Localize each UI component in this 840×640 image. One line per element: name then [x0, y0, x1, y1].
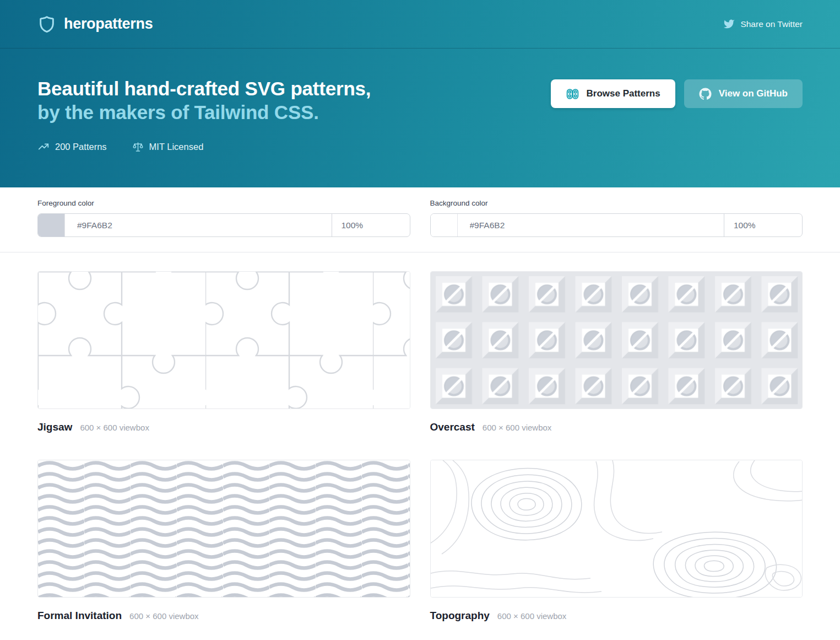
- foreground-color-label: Foreground color: [37, 199, 410, 207]
- hero-body: Beautiful hand-crafted SVG patterns, by …: [0, 49, 840, 153]
- foreground-color-group: [37, 213, 410, 237]
- license-badge: MIT Licensed: [132, 141, 204, 153]
- browse-patterns-label: Browse Patterns: [587, 88, 660, 99]
- page-title: Beautiful hand-crafted SVG patterns, by …: [37, 77, 371, 124]
- brand-link[interactable]: heropatterns: [37, 15, 153, 34]
- pattern-cell-jigsaw: Jigsaw 600 × 600 viewbox: [37, 271, 410, 433]
- navbar: heropatterns Share on Twitter: [0, 0, 840, 49]
- background-color-control: Background color: [430, 199, 803, 237]
- foreground-color-control: Foreground color: [37, 199, 410, 237]
- pattern-cell-overcast: Overcast 600 × 600 viewbox: [430, 271, 803, 433]
- background-color-swatch[interactable]: [431, 214, 458, 236]
- trending-up-icon: [37, 141, 50, 153]
- twitter-icon: [723, 18, 735, 30]
- hero-meta: 200 Patterns MIT Licensed: [37, 141, 371, 153]
- patterns-count-label: 200 Patterns: [55, 142, 107, 152]
- pattern-viewbox: 600 × 600 viewbox: [129, 611, 199, 621]
- color-controls: Foreground color Background color: [0, 187, 840, 252]
- pattern-caption-topography: Topography 600 × 600 viewbox: [430, 610, 803, 622]
- foreground-opacity-cell: [332, 214, 410, 236]
- share-label: Share on Twitter: [740, 19, 803, 29]
- background-color-label: Background color: [430, 199, 803, 207]
- background-opacity-input[interactable]: [724, 220, 802, 230]
- pattern-viewbox: 600 × 600 viewbox: [497, 611, 567, 621]
- pattern-viewbox: 600 × 600 viewbox: [80, 423, 149, 432]
- browse-patterns-button[interactable]: Browse Patterns: [551, 79, 675, 108]
- foreground-opacity-input[interactable]: [332, 220, 410, 230]
- hero-section: heropatterns Share on Twitter Beautiful …: [0, 0, 840, 187]
- pattern-preview-topography[interactable]: [430, 460, 803, 598]
- shield-logo-icon: [37, 15, 56, 34]
- pattern-caption-overcast: Overcast 600 × 600 viewbox: [430, 421, 803, 433]
- foreground-color-swatch[interactable]: [38, 214, 65, 236]
- pattern-name: Topography: [430, 610, 490, 622]
- github-icon: [699, 88, 712, 100]
- view-on-github-label: View on GitHub: [719, 88, 788, 99]
- pattern-name: Jigsaw: [37, 421, 72, 433]
- background-opacity-cell: [724, 214, 802, 236]
- pattern-preview-overcast[interactable]: [430, 271, 803, 409]
- title-line-1: Beautiful hand-crafted SVG patterns,: [37, 78, 371, 99]
- pattern-viewbox: 600 × 600 viewbox: [483, 423, 552, 432]
- patterns-count-badge: 200 Patterns: [37, 141, 107, 153]
- pattern-name: Overcast: [430, 421, 475, 433]
- patterns-icon: [566, 87, 579, 101]
- pattern-cell-formal-invitation: Formal Invitation 600 × 600 viewbox: [37, 460, 410, 622]
- background-hex-input[interactable]: [458, 214, 724, 236]
- hero-text-block: Beautiful hand-crafted SVG patterns, by …: [37, 77, 371, 153]
- license-label: MIT Licensed: [149, 142, 204, 152]
- hero-actions: Browse Patterns View on GitHub: [551, 79, 803, 108]
- pattern-preview-formal-invitation[interactable]: [37, 460, 410, 598]
- background-color-group: [430, 213, 803, 237]
- pattern-caption-formal-invitation: Formal Invitation 600 × 600 viewbox: [37, 610, 410, 622]
- foreground-hex-input[interactable]: [65, 214, 332, 236]
- title-line-2: by the makers of Tailwind CSS.: [37, 101, 319, 123]
- pattern-grid: Jigsaw 600 × 600 viewbox: [0, 252, 840, 640]
- share-on-twitter-link[interactable]: Share on Twitter: [723, 18, 803, 30]
- brand-name: heropatterns: [64, 15, 153, 33]
- pattern-caption-jigsaw: Jigsaw 600 × 600 viewbox: [37, 421, 410, 433]
- scales-icon: [132, 141, 144, 153]
- view-on-github-button[interactable]: View on GitHub: [684, 79, 803, 108]
- pattern-preview-jigsaw[interactable]: [37, 271, 410, 409]
- pattern-cell-topography: Topography 600 × 600 viewbox: [430, 460, 803, 622]
- pattern-name: Formal Invitation: [37, 610, 122, 622]
